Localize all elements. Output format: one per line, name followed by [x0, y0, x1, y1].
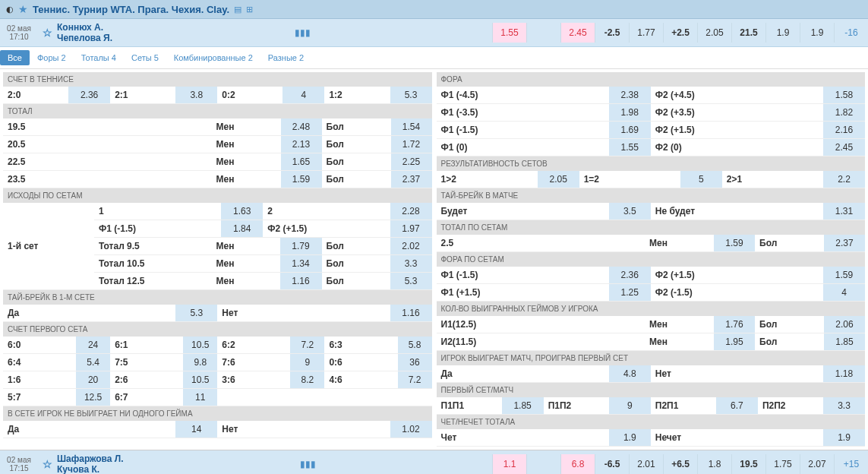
bet-odd[interactable]: 1.95: [713, 333, 755, 350]
bet-odd[interactable]: 2.28: [390, 203, 432, 220]
bet-odd[interactable]: 2.37: [390, 171, 432, 188]
bet-odd[interactable]: 20: [76, 371, 110, 388]
bet-odd[interactable]: 2.13: [280, 136, 322, 153]
odd-cell[interactable]: +15: [834, 454, 868, 474]
bet-odd[interactable]: 9.8: [183, 354, 217, 371]
odd-cell[interactable]: -16: [834, 23, 868, 43]
bet-odd[interactable]: 6.7: [716, 397, 758, 414]
bet-odd[interactable]: 1.18: [823, 365, 865, 382]
odd-cell[interactable]: 1.75: [765, 454, 800, 474]
chart-icon[interactable]: ▮▮▮: [295, 27, 311, 38]
bet-odd[interactable]: 1.69: [609, 122, 651, 138]
bet-odd[interactable]: 9: [290, 354, 324, 371]
bet-odd[interactable]: 8.2: [290, 371, 324, 388]
bet-odd[interactable]: 9: [609, 397, 651, 414]
bet-odd[interactable]: 3.3: [390, 255, 432, 272]
bet-odd[interactable]: 4.8: [609, 365, 651, 382]
bet-odd[interactable]: 2.36: [609, 267, 651, 283]
clip-icon[interactable]: ▤: [234, 5, 241, 14]
odd-cell[interactable]: 21.5: [731, 23, 765, 43]
bet-odd[interactable]: 1.54: [390, 118, 432, 135]
odd-cell[interactable]: -6.5: [595, 454, 629, 474]
bet-odd[interactable]: 1.9: [823, 429, 865, 446]
bet-odd[interactable]: 1.58: [823, 87, 865, 103]
bet-odd[interactable]: 2.45: [823, 139, 865, 156]
bet-odd[interactable]: 1.85: [823, 333, 865, 350]
odd-cell[interactable]: 1.9: [800, 23, 834, 43]
bet-odd[interactable]: 2.37: [823, 235, 865, 251]
star-icon[interactable]: ☆: [43, 458, 52, 470]
bet-odd[interactable]: 1.59: [823, 267, 865, 283]
bet-odd[interactable]: 2.38: [609, 87, 651, 103]
bet-odd[interactable]: 5.3: [175, 305, 217, 321]
bet-odd[interactable]: 3.3: [823, 397, 865, 414]
bet-odd[interactable]: 1.85: [502, 397, 544, 414]
bet-odd[interactable]: 2.48: [280, 118, 322, 135]
odd-cell[interactable]: 2.45: [560, 23, 595, 43]
star-icon[interactable]: ☆: [43, 27, 52, 39]
bet-odd[interactable]: 2.25: [390, 153, 432, 170]
odd-cell[interactable]: 19.5: [731, 454, 765, 474]
bet-odd[interactable]: 36: [398, 354, 432, 371]
bet-odd[interactable]: 1.72: [390, 136, 432, 153]
bet-odd[interactable]: 14: [175, 421, 217, 438]
bet-odd[interactable]: 2.36: [68, 87, 110, 103]
bet-odd[interactable]: 11: [183, 389, 217, 406]
bet-odd[interactable]: 1.59: [280, 171, 322, 188]
stats-icon[interactable]: ⊞: [246, 5, 253, 14]
bet-odd[interactable]: 5: [680, 171, 722, 188]
odd-cell[interactable]: 1.77: [629, 23, 663, 43]
bet-odd[interactable]: 12.5: [76, 389, 110, 406]
bet-odd[interactable]: 5.8: [398, 337, 432, 353]
bet-odd[interactable]: 1.34: [280, 255, 322, 272]
bet-odd[interactable]: 2.02: [390, 238, 432, 254]
chart-icon[interactable]: ▮▮▮: [300, 459, 316, 469]
bet-odd[interactable]: 1.84: [221, 220, 263, 237]
bet-odd[interactable]: 1.65: [280, 153, 322, 170]
odd-cell[interactable]: 1.9: [765, 23, 800, 43]
tab[interactable]: Комбинированные 2: [166, 50, 260, 65]
bet-odd[interactable]: 1.55: [609, 139, 651, 156]
bet-odd[interactable]: 1.16: [280, 273, 322, 289]
star-icon[interactable]: ★: [18, 3, 28, 15]
odd-cell[interactable]: 1.1: [492, 454, 526, 474]
bet-odd[interactable]: 1.59: [713, 235, 755, 251]
bet-odd[interactable]: 5.3: [390, 273, 432, 289]
bet-odd[interactable]: 4: [823, 284, 865, 301]
tab[interactable]: Все: [0, 50, 30, 65]
odd-cell[interactable]: +6.5: [663, 454, 697, 474]
bet-odd[interactable]: 1.82: [823, 104, 865, 121]
tab[interactable]: Форы 2: [30, 50, 74, 65]
odd-cell[interactable]: -2.5: [595, 23, 629, 43]
bet-odd[interactable]: 4: [282, 87, 324, 103]
bet-odd[interactable]: 1.97: [390, 220, 432, 237]
odd-cell[interactable]: 6.8: [560, 454, 595, 474]
bet-odd[interactable]: 24: [76, 337, 110, 353]
bet-odd[interactable]: 3.8: [175, 87, 217, 103]
bet-odd[interactable]: 1.63: [221, 203, 263, 220]
bet-odd[interactable]: 5.4: [76, 354, 110, 371]
odd-cell[interactable]: 2.07: [800, 454, 834, 474]
odd-cell[interactable]: +2.5: [663, 23, 697, 43]
tab[interactable]: Тоталы 4: [74, 50, 124, 65]
bet-odd[interactable]: 1.9: [609, 429, 651, 446]
bet-odd[interactable]: 2.16: [823, 122, 865, 138]
bet-odd[interactable]: 1.16: [390, 305, 432, 321]
bet-odd[interactable]: 7.2: [290, 337, 324, 353]
bet-odd[interactable]: 2.2: [823, 171, 865, 188]
odd-cell[interactable]: 1.8: [697, 454, 731, 474]
bet-odd[interactable]: 10.5: [183, 371, 217, 388]
collapse-icon[interactable]: ◐: [6, 5, 14, 14]
bet-odd[interactable]: 1.76: [713, 316, 755, 333]
odd-cell[interactable]: 1.55: [492, 23, 526, 43]
bet-odd[interactable]: 3.5: [609, 203, 651, 220]
bet-odd[interactable]: 7.2: [398, 371, 432, 388]
bet-odd[interactable]: 2.05: [538, 171, 579, 188]
bet-odd[interactable]: 1.31: [823, 203, 865, 220]
odd-cell[interactable]: [526, 454, 560, 474]
bet-odd[interactable]: 5.3: [390, 87, 432, 103]
tab[interactable]: Сеты 5: [124, 50, 166, 65]
odd-cell[interactable]: 2.05: [697, 23, 731, 43]
bet-odd[interactable]: 10.5: [183, 337, 217, 353]
odd-cell[interactable]: [526, 23, 560, 43]
